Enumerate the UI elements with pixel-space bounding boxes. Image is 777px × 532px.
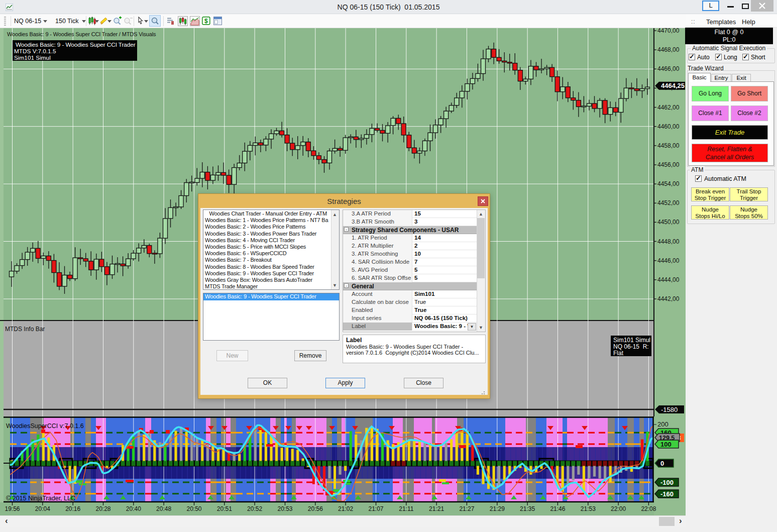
svg-text:4448,00: 4448,00 (657, 238, 680, 245)
svg-text:20:51: 20:51 (217, 505, 232, 512)
svg-text:4454,00: 4454,00 (657, 180, 680, 187)
svg-text:20:53: 20:53 (277, 505, 292, 512)
svg-text:4458,00: 4458,00 (657, 142, 680, 149)
svg-text:22:08: 22:08 (641, 505, 656, 512)
svg-text:4446,00: 4446,00 (657, 257, 680, 264)
svg-text:20:28: 20:28 (95, 505, 110, 512)
svg-text:20:56: 20:56 (308, 505, 323, 512)
svg-text:20:16: 20:16 (65, 505, 80, 512)
svg-text:4460,00: 4460,00 (657, 123, 680, 130)
svg-text:21:11: 21:11 (399, 505, 413, 512)
svg-text:0: 0 (660, 460, 664, 467)
svg-text:Sim101 Simul: Sim101 Simul (14, 54, 51, 61)
svg-text:20:40: 20:40 (126, 505, 141, 512)
svg-text:4464,25: 4464,25 (661, 82, 685, 89)
svg-text:200: 200 (657, 420, 669, 428)
svg-text:Woodies Basic: 9 - Woodies Sup: Woodies Basic: 9 - Woodies Super CCI Tra… (16, 41, 136, 48)
svg-text:20:52: 20:52 (247, 505, 262, 512)
svg-text:MTDS V:7.0.1.5: MTDS V:7.0.1.5 (14, 48, 56, 55)
svg-text:-160: -160 (660, 490, 674, 498)
svg-text:© 2015 NinjaTrader, LLC: © 2015 NinjaTrader, LLC (6, 495, 75, 502)
svg-text:WoodiesSuperCCI v:7.0.1.6: WoodiesSuperCCI v:7.0.1.6 (6, 422, 84, 430)
svg-text:21:27: 21:27 (459, 505, 474, 512)
svg-text:21:07: 21:07 (368, 505, 383, 512)
svg-text:4442,00: 4442,00 (657, 295, 680, 302)
svg-text:4444,00: 4444,00 (657, 276, 680, 283)
svg-text:19:56: 19:56 (5, 505, 20, 512)
svg-text:4452,00: 4452,00 (657, 199, 680, 206)
svg-text:4456,00: 4456,00 (657, 161, 680, 168)
svg-text:Flat: Flat (613, 350, 624, 357)
svg-text:4462,00: 4462,00 (657, 104, 680, 111)
svg-text:-1580: -1580 (661, 406, 678, 413)
svg-text:4450,00: 4450,00 (657, 219, 680, 226)
svg-text:21:21: 21:21 (429, 505, 444, 512)
svg-text:21:53: 21:53 (581, 505, 596, 512)
svg-text:$: $ (204, 18, 208, 25)
svg-text:100: 100 (660, 441, 672, 448)
svg-text:21:02: 21:02 (338, 505, 353, 512)
svg-text:21:35: 21:35 (520, 505, 535, 512)
svg-text:20:48: 20:48 (156, 505, 171, 512)
svg-text:Woodies Basic: 9 - Woodies Sup: Woodies Basic: 9 - Woodies Super CCI Tra… (7, 31, 156, 37)
svg-text:MTDS Info Bar: MTDS Info Bar (5, 326, 45, 333)
svg-text:Sim101 Simul: Sim101 Simul (613, 337, 650, 344)
svg-text:4470,00: 4470,00 (657, 28, 680, 34)
svg-text:4466,00: 4466,00 (657, 65, 680, 72)
svg-text:20:50: 20:50 (186, 505, 201, 512)
svg-text:20:04: 20:04 (35, 505, 50, 512)
svg-text:4468,00: 4468,00 (657, 46, 680, 53)
svg-text:22:00: 22:00 (611, 505, 626, 512)
svg-text:NQ 06-15 R:: NQ 06-15 R: (613, 343, 649, 350)
svg-text:-100: -100 (660, 479, 674, 486)
svg-text:21:46: 21:46 (550, 505, 565, 512)
svg-text:21:29: 21:29 (490, 505, 505, 512)
